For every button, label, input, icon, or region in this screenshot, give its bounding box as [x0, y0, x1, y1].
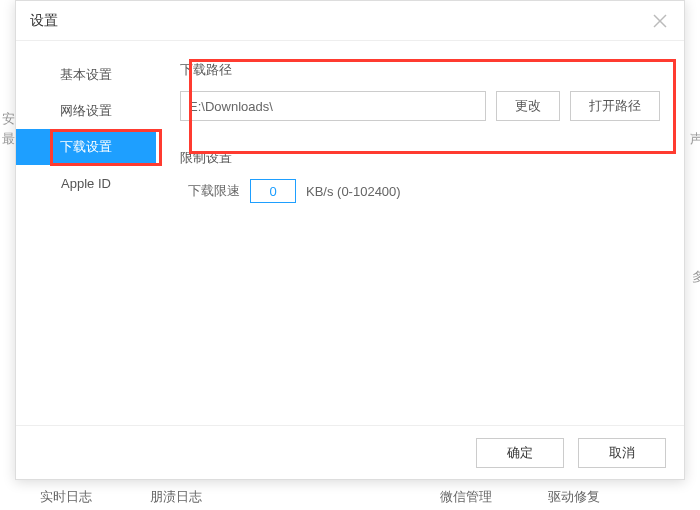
open-path-button[interactable]: 打开路径	[570, 91, 660, 121]
download-path-input[interactable]	[180, 91, 486, 121]
close-icon	[653, 14, 667, 28]
dialog-title: 设置	[30, 12, 58, 30]
dialog-header: 设置	[16, 1, 684, 41]
sidebar-item-appleid[interactable]: Apple ID	[16, 165, 156, 201]
ok-button[interactable]: 确定	[476, 438, 564, 468]
close-button[interactable]	[650, 11, 670, 31]
bg-text: 驱动修复	[548, 488, 600, 506]
download-path-title: 下载路径	[180, 61, 660, 79]
limit-label: 下载限速	[188, 182, 240, 200]
sidebar-item-basic[interactable]: 基本设置	[16, 57, 156, 93]
bg-text: 微信管理	[440, 488, 492, 506]
limit-section: 限制设置 下载限速 KB/s (0-102400)	[180, 149, 660, 203]
cancel-button[interactable]: 取消	[578, 438, 666, 468]
dialog-body: 基本设置 网络设置 下载设置 Apple ID 下载路径 更改 打开路径 限制设…	[16, 41, 684, 425]
content-panel: 下载路径 更改 打开路径 限制设置 下载限速 KB/s (0-102400)	[156, 41, 684, 425]
limit-row: 下载限速 KB/s (0-102400)	[180, 179, 660, 203]
bg-text: 实时日志	[40, 488, 92, 506]
change-path-button[interactable]: 更改	[496, 91, 560, 121]
bg-text: 声	[690, 130, 700, 148]
bg-text: 安	[2, 110, 15, 128]
settings-dialog: 设置 基本设置 网络设置 下载设置 Apple ID 下载路径 更改 打开路径 …	[15, 0, 685, 480]
limit-section-title: 限制设置	[180, 149, 660, 167]
sidebar-item-network[interactable]: 网络设置	[16, 93, 156, 129]
bg-text: 最	[2, 130, 15, 148]
dialog-footer: 确定 取消	[16, 425, 684, 479]
limit-hint: KB/s (0-102400)	[306, 184, 401, 199]
bg-text: 朋渍日志	[150, 488, 202, 506]
download-path-row: 更改 打开路径	[180, 91, 660, 121]
limit-input[interactable]	[250, 179, 296, 203]
bg-text: 多	[692, 268, 700, 286]
sidebar-item-download[interactable]: 下载设置	[16, 129, 156, 165]
sidebar: 基本设置 网络设置 下载设置 Apple ID	[16, 41, 156, 425]
